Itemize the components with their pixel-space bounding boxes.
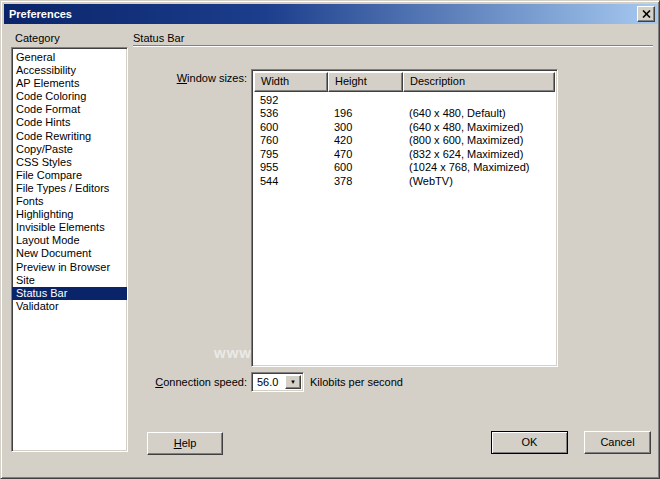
category-item-code-coloring[interactable]: Code Coloring	[12, 90, 127, 103]
cell-width: 600	[254, 121, 328, 134]
window-sizes-table-inner: Width Height Description 592 536 196 (64…	[254, 72, 555, 364]
cell-description	[403, 94, 555, 107]
category-item-fonts[interactable]: Fonts	[12, 195, 127, 208]
cell-width: 760	[254, 134, 328, 147]
column-header-height[interactable]: Height	[328, 72, 403, 92]
cell-width: 536	[254, 107, 328, 120]
table-row[interactable]: 544 378 (WebTV)	[254, 175, 555, 188]
cell-description: (640 x 480, Maximized)	[403, 121, 555, 134]
help-button[interactable]: Help	[147, 432, 223, 455]
connection-speed-label-rest: onnection speed:	[163, 376, 247, 388]
window-sizes-table[interactable]: Width Height Description 592 536 196 (64…	[251, 69, 558, 367]
table-header: Width Height Description	[254, 72, 555, 92]
cell-description: (WebTV)	[403, 175, 555, 188]
cell-height: 196	[328, 107, 403, 120]
cell-height: 300	[328, 121, 403, 134]
table-row[interactable]: 760 420 (800 x 600, Maximized)	[254, 134, 555, 147]
close-icon	[642, 10, 651, 18]
help-label-rest: elp	[182, 437, 197, 449]
connection-speed-mnemonic: C	[155, 376, 163, 388]
category-item-new-document[interactable]: New Document	[12, 247, 127, 260]
table-row[interactable]: 955 600 (1024 x 768, Maximized)	[254, 161, 555, 174]
help-mnemonic: H	[174, 437, 182, 449]
close-button[interactable]	[637, 6, 655, 22]
category-item-code-rewriting[interactable]: Code Rewriting	[12, 130, 127, 143]
cell-height: 600	[328, 161, 403, 174]
window-sizes-label-rest: indow sizes:	[187, 72, 247, 84]
cell-description: (640 x 480, Default)	[403, 107, 555, 120]
window-title: Preferences	[9, 8, 72, 20]
category-item-code-hints[interactable]: Code Hints	[12, 116, 127, 129]
connection-speed-label: Connection speed:	[121, 376, 247, 388]
connection-speed-units: Kilobits per second	[310, 376, 403, 388]
window-sizes-label: Window sizes:	[151, 72, 247, 84]
column-header-description[interactable]: Description	[403, 72, 555, 92]
cell-description: (832 x 624, Maximized)	[403, 148, 555, 161]
category-item-code-format[interactable]: Code Format	[12, 103, 127, 116]
table-row[interactable]: 600 300 (640 x 480, Maximized)	[254, 121, 555, 134]
category-item-site[interactable]: Site	[12, 274, 127, 287]
category-label: Category	[15, 32, 60, 44]
cell-description: (1024 x 768, Maximized)	[403, 161, 555, 174]
category-item-file-compare[interactable]: File Compare	[12, 169, 127, 182]
cell-height: 378	[328, 175, 403, 188]
category-item-layout-mode[interactable]: Layout Mode	[12, 234, 127, 247]
panel-heading: Status Bar	[133, 32, 184, 44]
watermark: www	[214, 344, 252, 361]
cancel-button[interactable]: Cancel	[584, 431, 651, 454]
table-row[interactable]: 795 470 (832 x 624, Maximized)	[254, 148, 555, 161]
category-listbox[interactable]: General Accessibility AP Elements Code C…	[11, 47, 128, 452]
table-row[interactable]: 536 196 (640 x 480, Default)	[254, 107, 555, 120]
ok-button[interactable]: OK	[491, 431, 568, 454]
category-item-ap-elements[interactable]: AP Elements	[12, 77, 127, 90]
cell-height	[328, 94, 403, 107]
category-item-preview-in-browser[interactable]: Preview in Browser	[12, 261, 127, 274]
combobox-arrow-button[interactable]: ▼	[285, 375, 301, 389]
preferences-dialog: Preferences Category General Accessibili…	[0, 0, 660, 479]
category-item-highlighting[interactable]: Highlighting	[12, 208, 127, 221]
chevron-down-icon: ▼	[290, 379, 296, 385]
window-sizes-mnemonic: W	[177, 72, 187, 84]
category-item-file-types-editors[interactable]: File Types / Editors	[12, 182, 127, 195]
category-item-invisible-elements[interactable]: Invisible Elements	[12, 221, 127, 234]
category-item-css-styles[interactable]: CSS Styles	[12, 156, 127, 169]
column-header-width[interactable]: Width	[254, 72, 328, 92]
title-bar[interactable]: Preferences	[4, 4, 658, 24]
cell-height: 420	[328, 134, 403, 147]
category-item-general[interactable]: General	[12, 51, 127, 64]
combobox-value: 56.0	[257, 376, 278, 389]
category-item-status-bar[interactable]: Status Bar	[12, 287, 127, 300]
cell-height: 470	[328, 148, 403, 161]
cell-width: 592	[254, 94, 328, 107]
cell-width: 544	[254, 175, 328, 188]
table-row[interactable]: 592	[254, 94, 555, 107]
cell-description: (800 x 600, Maximized)	[403, 134, 555, 147]
table-rows: 592 536 196 (640 x 480, Default) 600 300…	[254, 92, 555, 188]
cell-width: 955	[254, 161, 328, 174]
connection-speed-combobox[interactable]: 56.0 ▼	[251, 372, 304, 392]
cell-width: 795	[254, 148, 328, 161]
category-item-copy-paste[interactable]: Copy/Paste	[12, 143, 127, 156]
heading-separator	[133, 45, 653, 47]
category-item-validator[interactable]: Validator	[12, 300, 127, 313]
category-item-accessibility[interactable]: Accessibility	[12, 64, 127, 77]
